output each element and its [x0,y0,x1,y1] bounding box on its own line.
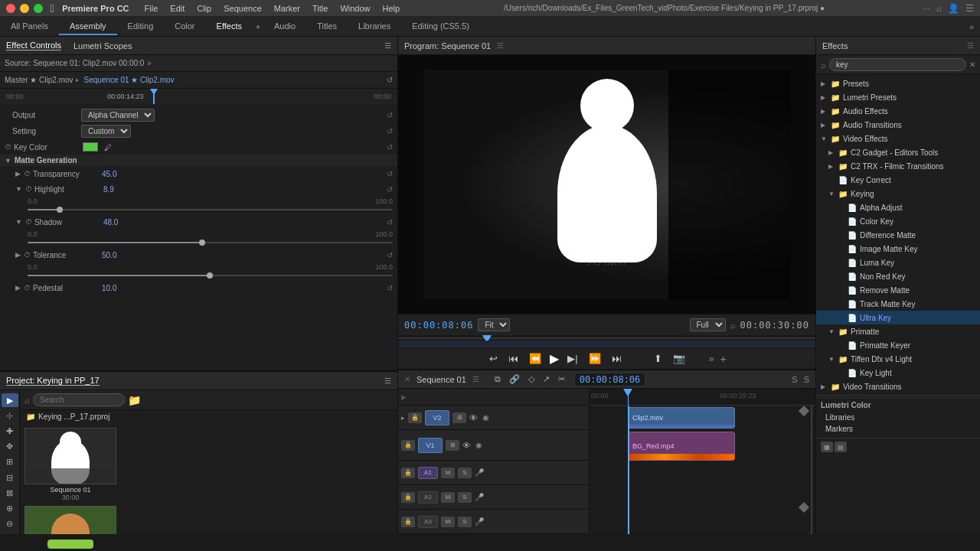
tab-audio[interactable]: Audio [263,18,306,35]
step-fwd-outer-btn[interactable]: ▶| [565,351,580,366]
tab-editing-cs55[interactable]: Editing (CS5.5) [401,18,480,35]
add-btn[interactable]: + [720,353,726,365]
new-folder-icon[interactable]: 📁 [128,394,141,406]
tool-arrow[interactable]: ▶ [2,393,18,407]
pedestal-reset-btn[interactable]: ↺ [387,284,393,292]
pedestal-stopwatch[interactable]: ⏱ [24,284,31,292]
fast-fwd-btn[interactable]: ⏩ [586,351,603,366]
tab-libraries[interactable]: Libraries [348,18,401,35]
tool-move[interactable]: ✥ [2,440,18,454]
clip-v1[interactable]: BG_Red.mp4 [628,432,735,461]
highlight-stopwatch[interactable]: ⏱ [25,185,32,193]
highlight-value[interactable]: 8.9 [103,185,114,194]
effects-clear-btn[interactable]: ✕ [969,60,975,69]
key-color-reset-btn[interactable]: ↺ [387,143,393,152]
tolerance-triangle[interactable]: ▶ [15,251,21,259]
shadow-value[interactable]: 48.0 [103,218,118,227]
panel-menu-btn[interactable]: ☰ [384,41,391,50]
setting-dropdown[interactable]: Custom [81,125,131,138]
v1-lock-btn[interactable]: 🔒 [401,440,415,451]
slider-thumb-3[interactable] [207,272,213,279]
step-fwd-btn[interactable]: ⏭ [609,351,624,366]
tool-zoom-out[interactable]: ⊕ [2,502,18,516]
zoom-icon[interactable]: ⌕ [730,321,736,330]
tl-timecode-display[interactable]: 00:00:08:06 [574,373,645,386]
menu-edit[interactable]: Edit [164,2,191,15]
libraries-item[interactable]: Libraries [821,412,975,423]
tree-key-light[interactable]: 📄 Key Light [816,366,980,380]
v2-label[interactable]: V2 [425,410,449,425]
program-menu-icon[interactable]: ☰ [497,41,504,50]
tool-rate[interactable]: ⊠ [2,486,18,500]
range-out[interactable] [799,406,809,416]
key-color-stopwatch[interactable]: ⏱ [5,143,11,151]
seq-clip-name[interactable]: Sequence 01 ★ Clip2.mov [84,76,175,84]
tab-effect-controls[interactable]: Effect Controls [6,41,61,51]
tree-view-icon-2[interactable]: ▤ [835,442,847,452]
tree-audio-transitions[interactable]: ▶ 📁 Audio Transitions [816,118,980,132]
highlight-reset-btn[interactable]: ↺ [387,185,393,194]
a3-lock-btn[interactable]: 🔒 [401,517,415,527]
tree-c2-gadget[interactable]: ▶ 📁 C2 Gadget - Editors Tools [816,145,980,159]
tree-color-key[interactable]: 📄 Color Key [816,214,980,228]
v2-sync-btn[interactable]: ⊞ [452,412,466,423]
menu-sequence[interactable]: Sequence [217,2,268,15]
tree-primatte-keyer[interactable]: 📄 Primatte Keyer [816,338,980,352]
project-menu-btn[interactable]: ☰ [384,377,391,385]
tool-ripple[interactable]: ⊞ [2,455,18,469]
eyedropper-icon[interactable]: 🖊 [104,143,112,152]
slider-thumb-2[interactable] [199,240,205,246]
highlight-slider[interactable] [28,206,393,214]
tl-snap-btn[interactable]: ⧉ [492,373,504,386]
tool-select[interactable]: ⊹ [2,409,18,422]
menu-title[interactable]: Title [306,2,334,15]
expand-source-btn[interactable]: » [147,59,152,67]
tab-assembly[interactable]: Assembly [59,18,117,35]
maximize-button[interactable] [34,4,43,13]
tl-marker-btn[interactable]: ◇ [525,373,537,386]
tab-lumetri-scopes[interactable]: Lumetri Scopes [74,41,132,51]
a1-sync-btn[interactable]: M [441,468,455,478]
tl-magnet-btn[interactable]: 🔗 [506,373,523,386]
quality-dropdown[interactable]: Full [690,318,726,331]
pedestal-value[interactable]: 10.0 [102,284,116,292]
tab-effects[interactable]: Effects [206,18,253,35]
transparency-value[interactable]: 45.0 [102,170,116,178]
a1-lock-btn[interactable]: 🔒 [401,468,415,478]
tl-close-icon[interactable]: ✕ [404,375,410,383]
tl-cursor-btn[interactable]: ↗ [540,373,553,386]
shadow-triangle[interactable]: ▼ [15,218,22,226]
step-back-btn[interactable]: ⏮ [506,351,521,366]
program-scrubber[interactable] [398,335,815,347]
range-in[interactable] [799,502,809,513]
menu-marker[interactable]: Marker [268,2,306,15]
tree-track-matte[interactable]: 📄 Track Matte Key [816,297,980,311]
tolerance-slider[interactable] [28,272,393,279]
tree-key-correct[interactable]: 📄 Key Correct [816,173,980,187]
tree-primatte[interactable]: ▼ 📁 Primatte [816,324,980,338]
effects-search-input[interactable] [829,58,966,71]
tree-lumetri-presets[interactable]: ▶ 📁 Lumetri Presets [816,90,980,104]
tree-view-icon-1[interactable]: ▦ [821,442,833,452]
transparency-stopwatch[interactable]: ⏱ [24,170,31,178]
more-controls-btn[interactable]: » [709,354,714,364]
close-button[interactable] [6,4,15,13]
v2-lock-btn[interactable]: 🔒 [408,412,422,423]
user-icon[interactable]: 👤 [948,3,959,14]
camera-btn[interactable]: 📷 [671,351,688,366]
v1-solo-icon[interactable]: ◉ [475,441,482,449]
transparency-reset-btn[interactable]: ↺ [387,170,393,178]
tree-image-matte[interactable]: 📄 Image Matte Key [816,242,980,256]
tree-remove-matte[interactable]: 📄 Remove Matte [816,283,980,297]
export-btn[interactable]: ⬆ [652,351,665,366]
tool-add[interactable]: ✚ [2,424,18,438]
key-color-swatch[interactable] [83,142,98,152]
v1-label[interactable]: V1 [418,438,443,453]
tl-ss-left[interactable]: S [792,375,797,384]
setting-reset-btn[interactable]: ↺ [387,127,393,135]
v1-eye-icon[interactable]: 👁 [462,441,471,450]
tab-color[interactable]: Color [164,18,205,35]
tl-ss-right[interactable]: S [804,375,809,384]
spotlight-icon[interactable]: ⌕ [936,3,942,14]
program-timecode[interactable]: 00:00:08:06 [404,320,473,331]
